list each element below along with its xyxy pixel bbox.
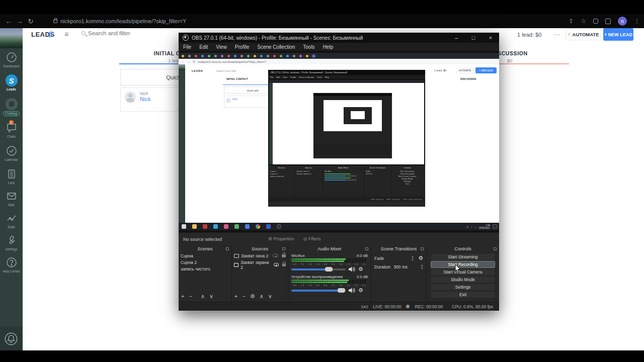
dock-pin-icon[interactable]	[494, 247, 497, 250]
start-virtual-camera-button[interactable]: Start Virtual Camera	[431, 269, 495, 276]
slider-handle[interactable]	[338, 288, 345, 293]
start-icon	[182, 224, 186, 229]
obs-preview-canvas[interactable]: ← → ↻ nickporo1.kommo.com/leads/pipeline…	[179, 51, 499, 232]
scene-up-button[interactable]: ∧	[201, 293, 205, 300]
studio-mode-button[interactable]: Studio Mode	[431, 277, 495, 283]
search-input[interactable]	[88, 30, 153, 36]
properties-button[interactable]: ⚙ Properties	[268, 236, 294, 241]
menu-profile[interactable]: Profile	[235, 44, 249, 50]
transition-select-arrows[interactable]: ∧ ∨	[412, 256, 414, 261]
filters-button[interactable]: ◎ Filters	[303, 236, 321, 241]
forward-icon[interactable]: →	[14, 18, 25, 25]
automate-button[interactable]: ⚡ AUTOMATE	[566, 29, 601, 40]
back-icon[interactable]: ←	[3, 18, 14, 25]
scene-item[interactable]: запись чистого	[179, 265, 231, 272]
reload-icon[interactable]: ↻	[25, 18, 36, 25]
maximize-button[interactable]: □	[465, 33, 482, 43]
profile-avatar[interactable]: n	[618, 17, 627, 26]
list-view-icon[interactable]: ≡	[64, 30, 68, 38]
bookmark-star-icon[interactable]: ☆	[581, 18, 586, 25]
add-source-button[interactable]: +	[234, 293, 237, 300]
menu-help[interactable]: Help	[323, 44, 334, 50]
slider-handle[interactable]	[325, 267, 333, 272]
kommo-logo-icon: S	[6, 74, 18, 86]
sidebar-item-settings[interactable]: Settings	[0, 234, 23, 251]
source-down-button[interactable]: ∨	[268, 293, 272, 300]
sidebar-item-dashboard[interactable]: Dashboard	[0, 51, 23, 68]
obs-statusbar: ((●)) LIVE: 00:00:00 REC: 00:00:00 CPU: …	[179, 302, 499, 311]
url-bar[interactable]: nickporo1.kommo.com/leads/pipeline/?skip…	[60, 18, 186, 24]
add-scene-button[interactable]: +	[181, 293, 184, 300]
extensions-icon[interactable]	[593, 19, 598, 24]
favicon	[260, 55, 263, 57]
scene-down-button[interactable]: ∨	[209, 293, 213, 300]
obs-docks: Scenes Сцена Сцена 2 запись чистого + − …	[179, 245, 499, 302]
duration-spinner[interactable]: ∧ ∨	[421, 264, 423, 269]
volume-slider[interactable]	[291, 290, 346, 292]
check-circle-icon	[6, 145, 18, 157]
settings-button[interactable]: Settings	[431, 284, 495, 291]
scene-item[interactable]: Сцена 2	[179, 259, 231, 265]
visibility-eye-icon[interactable]	[274, 263, 279, 266]
sidebar-item-mail[interactable]: Mail	[0, 190, 23, 207]
source-properties-button[interactable]: ⚙	[250, 293, 255, 300]
speaker-icon[interactable]	[349, 288, 355, 293]
start-recording-button[interactable]: Start Recording	[431, 261, 495, 268]
more-options[interactable]: ...	[553, 29, 560, 37]
remove-source-button[interactable]: −	[242, 293, 245, 300]
dock-pin-icon[interactable]	[282, 247, 285, 250]
volume-meter	[291, 258, 367, 262]
channel-db: -9.0 dB	[356, 253, 368, 258]
lock-icon[interactable]	[282, 254, 286, 257]
menu-file[interactable]: File	[183, 44, 191, 50]
lead-name-link[interactable]: Nick	[140, 96, 150, 102]
sidebar-item-leads[interactable]: S Leads	[0, 74, 23, 91]
minimize-button[interactable]: –	[448, 33, 465, 43]
pipeline-view-icon[interactable]: |İ'	[49, 31, 54, 38]
search-bar[interactable]	[82, 30, 153, 36]
sidebar-item-calendar[interactable]: Calendar	[0, 145, 23, 161]
source-up-button[interactable]: ∧	[260, 293, 264, 300]
channel-gear-icon[interactable]: ⚙	[358, 266, 363, 273]
scene-item[interactable]: Сцена	[179, 252, 231, 259]
dock-pin-icon[interactable]	[421, 247, 424, 250]
dock-pin-icon[interactable]	[365, 247, 368, 250]
visibility-eye-icon[interactable]	[273, 254, 278, 257]
browser-toolbar: ← → ↻ nickporo1.kommo.com/leads/pipeline…	[0, 14, 644, 28]
favicon	[227, 55, 230, 57]
volume-slider[interactable]	[291, 268, 346, 270]
menu-tools[interactable]: Tools	[303, 44, 314, 50]
transition-gear-icon[interactable]: ⚙	[418, 255, 423, 261]
duration-value[interactable]: 300 ms	[393, 264, 408, 269]
dock-pin-icon[interactable]	[226, 247, 229, 250]
lock-icon[interactable]	[282, 263, 286, 266]
new-lead-button[interactable]: + NEW LEAD	[603, 28, 633, 41]
sidebar-item-lists[interactable]: Lists	[0, 168, 23, 185]
channel-gear-icon[interactable]: ⚙	[358, 287, 363, 294]
menu-view[interactable]: View	[216, 44, 227, 50]
obs-taskbar-icon	[277, 224, 281, 229]
sidebar-item-chats[interactable]: 1 Chats	[0, 122, 23, 138]
source-row[interactable]: Захват экрана 2	[232, 259, 288, 270]
share-icon[interactable]: ⇪	[569, 18, 574, 25]
browser-menu-icon[interactable]: ⋮	[634, 18, 640, 25]
captured-column2-header: DISCUSSION	[460, 77, 476, 80]
notifications-bell[interactable]	[4, 332, 18, 348]
start-streaming-button[interactable]: Start Streaming	[431, 254, 495, 260]
obs-titlebar[interactable]: OBS 27.0.1 (64-bit, windows) - Profile: …	[179, 33, 499, 43]
favicon	[247, 55, 250, 57]
source-row[interactable]: Захват окна 2	[232, 252, 288, 259]
transition-select[interactable]: Fade	[374, 256, 384, 261]
sidebar-item-help[interactable]: Help Center	[0, 256, 23, 273]
favicon	[214, 55, 217, 57]
close-button[interactable]: ×	[482, 33, 499, 43]
remove-scene-button[interactable]: −	[189, 293, 192, 300]
tab-panel-icon[interactable]	[605, 19, 611, 24]
sidebar-item-chatapp[interactable]: ChatApp	[0, 98, 23, 116]
sidebar-item-stats[interactable]: Stats	[0, 212, 23, 229]
exit-button[interactable]: Exit	[431, 292, 495, 298]
menu-edit[interactable]: Edit	[199, 44, 208, 50]
menu-scene-collection[interactable]: Scene Collection	[257, 44, 295, 50]
speaker-icon[interactable]	[349, 266, 355, 272]
obs-window[interactable]: OBS 27.0.1 (64-bit, windows) - Profile: …	[179, 33, 499, 311]
